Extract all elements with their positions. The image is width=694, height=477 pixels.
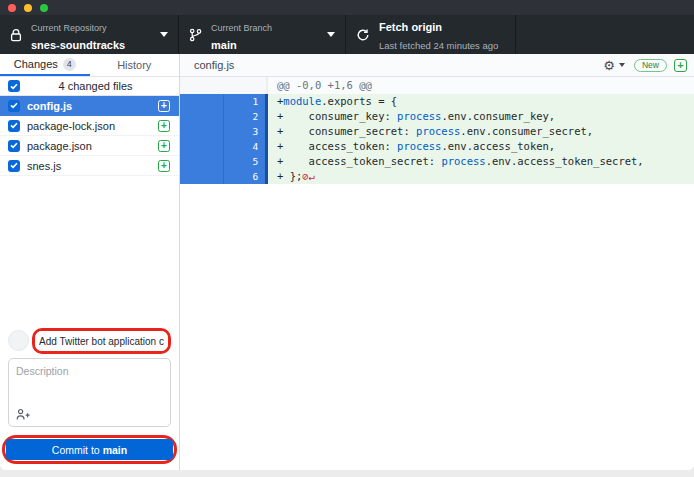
current-branch-dropdown[interactable]: Current Branch main [179, 15, 346, 54]
file-list: config.js + package-lock.json + package.… [0, 96, 179, 176]
new-line-number: 2 [223, 109, 266, 124]
file-row[interactable]: config.js + [0, 96, 179, 116]
gear-icon[interactable]: ⚙ [603, 59, 615, 72]
sync-icon [356, 28, 370, 42]
current-branch-label: Current Branch [211, 23, 272, 33]
zoom-window-button[interactable] [40, 4, 48, 12]
commit-form: Commit to main [0, 323, 179, 471]
titlebar [0, 0, 694, 15]
file-name: package-lock.json [27, 120, 158, 132]
new-file-badge: New [634, 59, 667, 72]
diff-file-name: config.js [194, 59, 603, 71]
new-line-number: 3 [223, 124, 266, 139]
line-gutter[interactable]: 4 [180, 139, 268, 154]
diff-added-line[interactable]: 5 + access_token_secret: process.env.acc… [180, 154, 694, 169]
added-status-icon: + [158, 140, 170, 152]
select-all-checkbox[interactable] [8, 80, 20, 92]
changes-sidebar: Changes 4 History 4 changed files config… [0, 54, 180, 470]
diff-added-line[interactable]: 2 + consumer_key: process.env.consumer_k… [180, 109, 694, 124]
added-status-icon: + [158, 120, 170, 132]
file-name: config.js [27, 100, 158, 112]
old-line-number [180, 109, 223, 124]
old-line-number [180, 139, 223, 154]
chevron-down-icon [327, 32, 335, 37]
changed-files-summary-row: 4 changed files [0, 77, 179, 96]
line-code: + consumer_secret: process.env.consumer_… [268, 124, 694, 139]
toolbar: Current Repository snes-soundtracks Curr… [0, 15, 694, 54]
diff-lines: 1 +module.exports = { 2 + consumer_key: … [180, 94, 694, 184]
line-code: + consumer_key: process.env.consumer_key… [268, 109, 694, 124]
line-gutter[interactable]: 2 [180, 109, 268, 124]
diff-header: config.js ⚙ New + [180, 54, 694, 77]
file-row[interactable]: package.json + [0, 136, 179, 156]
current-repository-dropdown[interactable]: Current Repository snes-soundtracks [0, 15, 179, 54]
sidebar-empty-space [0, 176, 179, 323]
summary-annotation-ring [32, 328, 171, 355]
chevron-down-icon[interactable] [619, 63, 625, 67]
branch-icon [189, 28, 202, 42]
commit-button-prefix: Commit to [52, 444, 100, 456]
diff-added-line[interactable]: 4 + access_token: process.env.access_tok… [180, 139, 694, 154]
changes-count-badge: 4 [63, 58, 76, 71]
commit-to-main-button[interactable]: Commit to main [6, 439, 173, 460]
tab-changes-label: Changes [14, 58, 58, 70]
added-status-icon: + [158, 100, 170, 112]
lock-icon [10, 28, 22, 42]
close-window-button[interactable] [8, 4, 16, 12]
commit-summary-input[interactable] [35, 331, 168, 351]
add-coauthor-button[interactable] [16, 408, 32, 421]
diff-added-line[interactable]: 1 +module.exports = { [180, 94, 694, 109]
line-gutter[interactable]: 6 [180, 169, 268, 184]
line-code: +module.exports = { [268, 94, 694, 109]
file-row[interactable]: package-lock.json + [0, 116, 179, 136]
old-line-number [180, 154, 223, 169]
new-line-number: 1 [223, 94, 266, 109]
tab-changes[interactable]: Changes 4 [0, 54, 90, 76]
diff-panel: config.js ⚙ New + @@ -0,0 +1,6 @@ 1 +mod… [180, 54, 694, 470]
line-code: + };⊘↵ [268, 169, 694, 184]
old-line-number [180, 124, 223, 139]
fetch-origin-label: Fetch origin [379, 21, 442, 33]
added-status-icon: + [158, 160, 170, 172]
fetch-origin-button[interactable]: Fetch origin Last fetched 24 minutes ago [346, 15, 516, 54]
commit-description-box [8, 358, 171, 427]
commit-button-annotation-ring: Commit to main [2, 435, 177, 464]
line-code: + access_token: process.env.access_token… [268, 139, 694, 154]
commit-button-branch: main [103, 444, 128, 456]
current-repository-value: snes-soundtracks [31, 39, 125, 51]
new-line-number: 4 [223, 139, 266, 154]
file-checkbox[interactable] [8, 100, 20, 112]
line-gutter[interactable]: 3 [180, 124, 268, 139]
github-desktop-window: Current Repository snes-soundtracks Curr… [0, 0, 694, 470]
old-line-number [180, 169, 223, 184]
line-code: + access_token_secret: process.env.acces… [268, 154, 694, 169]
file-checkbox[interactable] [8, 140, 20, 152]
hunk-header-row: @@ -0,0 +1,6 @@ [180, 77, 694, 94]
line-gutter[interactable]: 1 [180, 94, 268, 109]
avatar [8, 330, 29, 351]
current-repository-label: Current Repository [31, 23, 107, 33]
hunk-header-text: @@ -0,0 +1,6 @@ [268, 77, 694, 94]
file-name: snes.js [27, 160, 158, 172]
chevron-down-icon [160, 32, 168, 37]
fetch-origin-detail: Last fetched 24 minutes ago [379, 40, 498, 51]
file-checkbox[interactable] [8, 120, 20, 132]
file-row[interactable]: snes.js + [0, 156, 179, 176]
diff-view: @@ -0,0 +1,6 @@ 1 +module.exports = { 2 … [180, 77, 694, 184]
line-gutter[interactable]: 5 [180, 154, 268, 169]
minimize-window-button[interactable] [24, 4, 32, 12]
new-line-number: 5 [223, 154, 266, 169]
diff-added-line[interactable]: 3 + consumer_secret: process.env.consume… [180, 124, 694, 139]
tab-history-label: History [117, 59, 151, 71]
sidebar-tabs: Changes 4 History [0, 54, 179, 77]
diff-empty-area [180, 184, 694, 470]
old-line-number [180, 94, 223, 109]
current-branch-value: main [211, 39, 237, 51]
file-name: package.json [27, 140, 158, 152]
changed-files-count: 4 changed files [20, 80, 171, 92]
diff-added-line[interactable]: 6 + };⊘↵ [180, 169, 694, 184]
added-status-icon: + [674, 59, 687, 72]
file-checkbox[interactable] [8, 160, 20, 172]
tab-history[interactable]: History [90, 54, 180, 76]
commit-description-input[interactable] [9, 359, 170, 426]
